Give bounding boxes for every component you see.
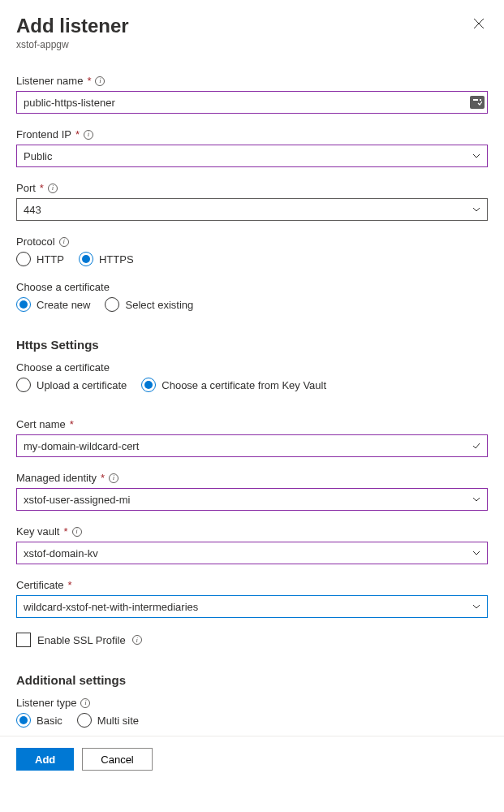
info-icon[interactable]: i [132, 635, 142, 645]
info-icon[interactable]: i [84, 130, 93, 140]
cert-name-label: Cert name [16, 418, 66, 430]
cert-select-existing-radio[interactable]: Select existing [105, 297, 193, 312]
radio-icon [141, 378, 156, 392]
frontend-ip-select[interactable]: Public [16, 145, 488, 167]
port-value: 443 [24, 204, 41, 216]
cert-name-value: my-domain-wildcard-cert [24, 440, 139, 452]
radio-icon [77, 713, 92, 728]
resource-subtitle: xstof-appgw [16, 39, 129, 50]
cert-keyvault-label: Choose a certificate from Key Vault [162, 379, 326, 391]
managed-identity-value: xstof-user-assigned-mi [24, 494, 131, 506]
cert-create-new-radio[interactable]: Create new [16, 297, 90, 312]
chevron-down-icon [472, 152, 480, 160]
chevron-down-icon [472, 549, 480, 557]
required-marker: * [75, 128, 80, 140]
required-marker: * [70, 418, 74, 430]
certificate-select[interactable]: wildcard-xstof-net-with-intermediaries [16, 595, 488, 618]
key-vault-value: xstof-domain-kv [24, 547, 98, 559]
radio-icon [16, 713, 31, 728]
listener-type-label: Listener type [16, 697, 76, 709]
additional-settings-heading: Additional settings [16, 673, 488, 687]
listener-name-label: Listener name [16, 75, 83, 87]
port-select[interactable]: 443 [16, 198, 488, 221]
listener-type-basic-radio[interactable]: Basic [16, 713, 62, 728]
protocol-https-label: HTTPS [99, 253, 134, 266]
frontend-ip-label: Frontend IP [16, 128, 71, 140]
info-icon[interactable]: i [72, 527, 82, 537]
certificate-label: Certificate [16, 579, 64, 591]
info-icon[interactable]: i [80, 698, 90, 708]
radio-icon [16, 297, 31, 312]
chevron-down-icon [472, 603, 480, 611]
radio-icon [105, 297, 119, 312]
protocol-https-radio[interactable]: HTTPS [79, 252, 134, 266]
protocol-label: Protocol [16, 235, 55, 248]
radio-icon [79, 252, 93, 266]
radio-icon [16, 252, 31, 266]
cert-create-new-label: Create new [37, 299, 90, 311]
required-marker: * [101, 472, 105, 484]
radio-icon [16, 378, 31, 392]
cert-upload-label: Upload a certificate [37, 379, 127, 391]
info-icon[interactable]: i [48, 184, 58, 193]
info-icon[interactable]: i [95, 76, 105, 86]
svg-rect-0 [473, 99, 478, 101]
add-button[interactable]: Add [16, 748, 74, 771]
chevron-down-icon [472, 495, 480, 503]
managed-identity-select[interactable]: xstof-user-assigned-mi [16, 488, 488, 511]
info-icon[interactable]: i [109, 473, 118, 483]
cert-name-select[interactable]: my-domain-wildcard-cert [16, 434, 488, 457]
listener-name-input[interactable] [16, 91, 488, 114]
key-vault-label: Key vault [16, 525, 59, 538]
frontend-ip-value: Public [24, 150, 52, 162]
choose-cert1-label: Choose a certificate [16, 281, 110, 293]
protocol-http-radio[interactable]: HTTP [16, 252, 64, 266]
cert-upload-radio[interactable]: Upload a certificate [16, 378, 127, 392]
managed-identity-label: Managed identity [16, 472, 97, 484]
key-vault-select[interactable]: xstof-domain-kv [16, 542, 488, 564]
svg-rect-1 [480, 99, 481, 101]
required-marker: * [40, 182, 44, 194]
port-label: Port [16, 182, 36, 194]
chevron-down-icon [472, 205, 480, 214]
listener-type-multi-label: Multi site [97, 715, 139, 727]
choose-cert2-label: Choose a certificate [16, 361, 110, 374]
check-icon [472, 442, 480, 450]
https-settings-heading: Https Settings [16, 338, 488, 352]
listener-type-basic-label: Basic [37, 715, 62, 727]
footer: Add Cancel [0, 736, 504, 782]
cert-keyvault-radio[interactable]: Choose a certificate from Key Vault [141, 378, 326, 392]
protocol-http-label: HTTP [37, 253, 64, 266]
close-icon[interactable] [470, 15, 488, 35]
page-title: Add listener [16, 15, 129, 37]
certificate-value: wildcard-xstof-net-with-intermediaries [24, 601, 198, 613]
cert-select-existing-label: Select existing [125, 299, 193, 311]
listener-type-multi-radio[interactable]: Multi site [77, 713, 139, 728]
required-marker: * [63, 525, 67, 538]
info-icon[interactable]: i [59, 237, 69, 247]
cancel-button[interactable]: Cancel [82, 748, 152, 771]
required-marker: * [68, 579, 72, 591]
enable-ssl-label: Enable SSL Profile [37, 634, 126, 646]
enable-ssl-checkbox[interactable] [16, 633, 31, 647]
required-marker: * [87, 75, 91, 87]
input-suggestion-icon[interactable] [470, 96, 485, 109]
